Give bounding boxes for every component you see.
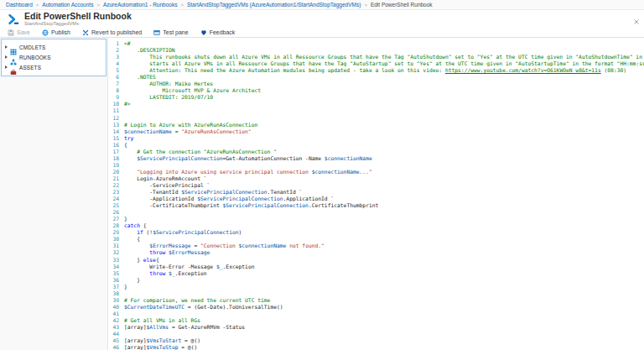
breadcrumb-item: Edit PowerShell Runbook (371, 2, 433, 8)
code-line: 43[array]$AllVms = Get-AzureRMVm -Status (108, 324, 644, 331)
code-line: 7 AUTHOR: Maiko Hertes (108, 81, 644, 87)
code-line: 44 (108, 331, 644, 337)
code-line: 18 $ServicePrincipalConnection=Get-Autom… (108, 155, 644, 162)
code-text: throw $ErrorMessage (124, 249, 644, 256)
code-text: # Login to Azure with AzureRunAsConnecti… (124, 122, 644, 128)
line-number: 25 (108, 202, 119, 209)
revert-to-published-button[interactable]: Revert to published (82, 29, 142, 36)
code-text: LASTEDIT: 2019/07/10 (124, 94, 644, 101)
runbooks-icon (10, 54, 17, 60)
code-line: 1<# (108, 40, 644, 47)
code-text: { (124, 142, 644, 149)
code-text: } else{ (124, 257, 644, 264)
line-number: 5 (108, 67, 119, 74)
line-number: 9 (108, 94, 119, 101)
breadcrumb-separator: > (363, 3, 368, 8)
line-number: 36 (108, 277, 119, 284)
breadcrumb: Dashboard>Automation Accounts>AzureAutom… (0, 0, 644, 10)
code-line: 25 -CertificateThumbprint $ServicePrinci… (108, 202, 644, 209)
line-number: 11 (108, 107, 119, 114)
code-line: 12 (108, 115, 644, 122)
line-number: 38 (108, 290, 119, 297)
code-line: 9 LASTEDIT: 2019/07/10 (108, 94, 644, 101)
code-text: Write-Error -Message $_.Exception (124, 264, 644, 270)
code-text: throw $_.Exception (124, 270, 644, 277)
code-text: Login-AzureRmAccount ` (124, 175, 644, 182)
expand-caret-icon[interactable] (5, 55, 8, 59)
code-text: catch { (124, 222, 644, 229)
breadcrumb-separator: > (179, 3, 184, 8)
breadcrumb-item[interactable]: AzureAutomation1 - Runbooks (103, 2, 178, 8)
sidebar-item-label: RUNBOOKS (19, 55, 51, 60)
line-number: 40 (108, 304, 119, 311)
code-line: 36 } (108, 277, 644, 284)
runbook-name: StartAndStopTaggedVMs (24, 21, 132, 27)
code-text (124, 115, 644, 122)
code-text: $ErrorMessage = "Connection $connectionN… (124, 243, 644, 249)
code-text (124, 107, 644, 114)
code-text: try (124, 135, 644, 142)
code-line: 34 Write-Error -Message $_.Exception (108, 264, 644, 270)
expand-caret-icon[interactable] (5, 45, 8, 49)
line-number: 14 (108, 128, 119, 135)
sidebar-item-runbooks[interactable]: RUNBOOKS (2, 52, 106, 62)
publish-icon (42, 29, 49, 36)
sidebar-item-cmdlets[interactable]: CMDLETS (2, 42, 106, 52)
line-number: 10 (108, 101, 119, 107)
code-text: .DESCRIPTION (124, 47, 644, 54)
code-line: 19 (108, 162, 644, 169)
code-line: 10#> (108, 101, 644, 107)
publish-button[interactable]: Publish (42, 29, 70, 36)
page-title: Edit PowerShell Runbook (24, 12, 132, 21)
breadcrumb-item[interactable]: Dashboard (6, 2, 33, 8)
code-text: starts all Azure VMs in all Ressource Gr… (124, 60, 644, 67)
toolbar-button-label: Save (17, 29, 30, 35)
toolbar: SavePublishRevert to publishedTest paneF… (0, 28, 644, 38)
line-number: 13 (108, 122, 119, 128)
code-line: 14$connectionName = "AzureRunAsConnectio… (108, 128, 644, 135)
code-text: { (124, 236, 644, 243)
code-text: if (!$ServicePrincipalConnection) (124, 229, 644, 236)
code-line: 21 Login-AzureRmAccount ` (108, 175, 644, 182)
sidebar-item-assets[interactable]: ASSETS (2, 62, 106, 72)
line-number: 18 (108, 155, 119, 162)
code-editor[interactable]: 1<#2 .DESCRIPTION3 This runbooks shuts d… (108, 38, 644, 350)
code-line: 41 (108, 311, 644, 317)
code-text: #> (124, 101, 644, 107)
expand-caret-icon[interactable] (5, 65, 8, 69)
line-number: 4 (108, 60, 119, 67)
breadcrumb-item[interactable]: Automation Accounts (42, 2, 93, 8)
code-line: 26 (108, 209, 644, 216)
line-number: 23 (108, 189, 119, 196)
line-number: 27 (108, 216, 119, 222)
line-number: 19 (108, 162, 119, 169)
code-line: 17 # Get the connection "AzureRunAsConne… (108, 149, 644, 155)
code-text: Attention: This need the Azure Automatio… (124, 67, 644, 74)
code-text (124, 311, 644, 317)
code-text: This runbooks shuts down all Azure VMs i… (124, 54, 644, 60)
code-text: "Logging into Azure using service princi… (124, 169, 644, 175)
line-number: 3 (108, 54, 119, 60)
runbook-icon (8, 13, 19, 25)
code-line: 45[array]$VmsToStart = @() (108, 337, 644, 344)
feedback-button[interactable]: Feedback (200, 29, 236, 36)
code-text (124, 290, 644, 297)
code-text: # Get all VMs in all RGs (124, 317, 644, 324)
code-line: 37} (108, 284, 644, 290)
breadcrumb-separator: > (96, 3, 101, 8)
line-number: 24 (108, 196, 119, 202)
line-number: 32 (108, 249, 119, 256)
breadcrumb-item[interactable]: StartAndStopTaggedVMs (AzureAutomation1/… (187, 2, 361, 8)
line-number: 22 (108, 182, 119, 189)
test-pane-button[interactable]: Test pane (153, 29, 188, 36)
code-line: 27} (108, 216, 644, 222)
line-number: 15 (108, 135, 119, 142)
explorer-tree: CMDLETSRUNBOOKSASSETS (1, 39, 106, 76)
code-line: 33 } else{ (108, 257, 644, 264)
code-line: 42# Get all VMs in all RGs (108, 317, 644, 324)
close-icon[interactable] (633, 13, 640, 20)
content-area: CMDLETSRUNBOOKSASSETS 1<#2 .DESCRIPTION3… (0, 38, 644, 350)
toolbar-button-label: Test pane (163, 29, 188, 35)
code-line: 11 (108, 107, 644, 114)
code-text: [array]$VmsToStop = @() (124, 344, 644, 350)
